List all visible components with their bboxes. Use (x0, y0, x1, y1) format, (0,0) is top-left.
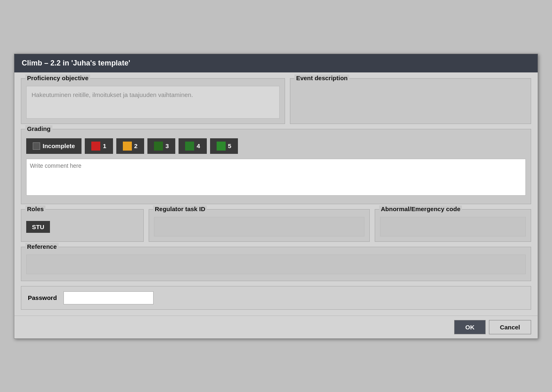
roles-section: Roles STU (21, 209, 144, 242)
grade-5-button[interactable]: 5 (210, 138, 238, 154)
grade-1-button[interactable]: 1 (85, 138, 113, 154)
abnormal-input[interactable] (380, 217, 526, 237)
grade-4-button[interactable]: 4 (179, 138, 206, 154)
title-bar: Climb – 2.2 in 'Juha's template' (14, 54, 538, 72)
grade2-swatch (123, 142, 132, 151)
password-label: Password (28, 294, 57, 301)
dialog-footer: OK Cancel (14, 315, 538, 338)
proficiency-section: Proficiency objective Hakeutuminen reiti… (21, 78, 285, 124)
regulator-section: Regulator task ID (149, 209, 370, 242)
dialog-body: Proficiency objective Hakeutuminen reiti… (14, 72, 538, 315)
event-description-content (295, 83, 526, 102)
password-section: Password (21, 286, 531, 310)
grade3-swatch (154, 142, 163, 151)
grade-3-label: 3 (165, 142, 169, 149)
grade-3-button[interactable]: 3 (147, 138, 175, 154)
grade-2-button[interactable]: 2 (116, 138, 144, 154)
proficiency-text: Hakeutuminen reitille, ilmoitukset ja ta… (26, 86, 280, 119)
roles-label: Roles (25, 205, 45, 212)
grading-buttons: Incomplete 1 2 3 4 (26, 138, 526, 154)
reference-input[interactable] (26, 255, 526, 274)
proficiency-label: Proficiency objective (25, 74, 90, 81)
cancel-button[interactable]: Cancel (489, 320, 531, 334)
grade-5-label: 5 (228, 142, 231, 149)
top-row: Proficiency objective Hakeutuminen reiti… (21, 78, 531, 124)
grading-label: Grading (25, 125, 52, 132)
password-input[interactable] (63, 291, 154, 304)
grade-incomplete-button[interactable]: Incomplete (26, 138, 81, 154)
grade-1-label: 1 (103, 142, 106, 149)
regulator-input[interactable] (154, 217, 364, 237)
ok-button[interactable]: OK (454, 320, 486, 334)
grade5-swatch (217, 142, 226, 151)
dialog: Climb – 2.2 in 'Juha's template' Profici… (14, 54, 538, 339)
middle-row: Roles STU Regulator task ID Abnormal/Eme… (21, 209, 531, 242)
incomplete-swatch (33, 142, 40, 150)
grade-4-label: 4 (197, 142, 200, 149)
dialog-title: Climb – 2.2 in 'Juha's template' (22, 59, 130, 67)
grade4-swatch (185, 142, 194, 151)
event-description-label: Event description (294, 74, 349, 81)
event-description-section: Event description (290, 78, 531, 124)
grading-section: Grading Incomplete 1 2 3 (21, 129, 531, 204)
grade-2-label: 2 (134, 142, 138, 149)
comment-textarea[interactable] (26, 159, 526, 196)
role-tag[interactable]: STU (26, 221, 50, 233)
abnormal-section: Abnormal/Emergency code (375, 209, 531, 242)
reference-label: Reference (25, 243, 59, 250)
abnormal-label: Abnormal/Emergency code (379, 205, 462, 212)
regulator-label: Regulator task ID (153, 205, 207, 212)
grade-incomplete-label: Incomplete (43, 142, 75, 149)
reference-section: Reference (21, 247, 531, 281)
grade1-swatch (91, 142, 100, 151)
